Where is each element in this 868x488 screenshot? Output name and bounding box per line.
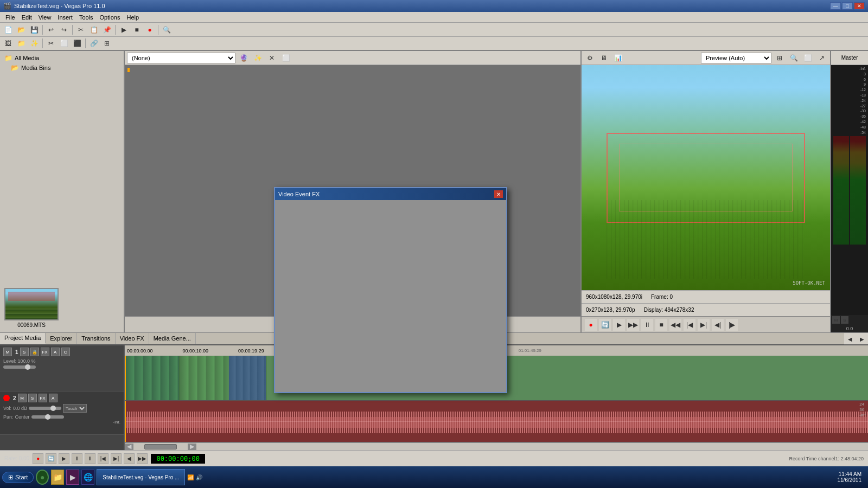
track-auto-btn[interactable]: A — [51, 348, 60, 356]
menu-help[interactable]: Help — [123, 12, 142, 22]
preview-none-select[interactable]: (None) — [127, 53, 235, 63]
scroll-right-btn[interactable]: ▶ — [188, 444, 196, 450]
browser-icon[interactable]: 🌐 — [81, 470, 94, 485]
all-media-item[interactable]: 📁 All Media — [2, 53, 122, 63]
audio-fx-btn[interactable]: FX — [39, 394, 47, 402]
tab-transitions[interactable]: Transitions — [77, 333, 115, 344]
track-comp-btn[interactable]: C — [61, 348, 70, 356]
close-button[interactable]: ✕ — [854, 2, 865, 10]
snap-button[interactable]: 🔗 — [88, 37, 100, 49]
video-event-fx-dialog[interactable]: Video Event FX ✕ — [274, 187, 507, 393]
video-clip-3[interactable] — [228, 356, 266, 400]
split-button[interactable]: ⬛ — [71, 37, 83, 49]
master-mute[interactable]: M — [832, 316, 840, 324]
menu-tools[interactable]: Tools — [76, 12, 97, 22]
zoom-in-button[interactable]: 🔍 — [161, 24, 173, 36]
media-bins-item[interactable]: 📂 Media Bins — [2, 63, 122, 73]
fwd-btn[interactable]: ▶▶ — [627, 319, 639, 331]
tab-explorer[interactable]: Explorer — [46, 333, 77, 344]
pause-btn2[interactable]: ⏸ — [641, 319, 653, 331]
rec-btn[interactable]: ● — [585, 319, 597, 331]
cut-button[interactable]: ✂ — [75, 24, 87, 36]
tab-next-button[interactable]: ▶ — [856, 333, 868, 345]
record-button[interactable]: ● — [144, 24, 156, 36]
preview-scope-button[interactable]: 📊 — [612, 52, 624, 64]
minimize-button[interactable]: — — [830, 2, 841, 10]
rew-btn[interactable]: ◀◀ — [669, 319, 681, 331]
play-button[interactable]: ▶ — [118, 24, 130, 36]
paste-button[interactable]: 📌 — [101, 24, 113, 36]
menu-file[interactable]: File — [2, 12, 18, 22]
fast-fwd-btn[interactable]: |▶ — [726, 319, 738, 331]
prev-frame-btn[interactable]: |◀ — [98, 453, 108, 464]
play-btn2[interactable]: ▶ — [613, 319, 625, 331]
save-button[interactable]: 💾 — [28, 24, 40, 36]
audio-mode-select[interactable]: Touch — [63, 404, 87, 413]
scroll-thumb[interactable] — [144, 444, 177, 450]
pause-btn-transport[interactable]: ⏸ — [85, 453, 95, 464]
preview-grid2-button[interactable]: ⊞ — [774, 52, 786, 64]
track-lock-btn[interactable]: 🔒 — [30, 348, 39, 356]
video-clip-1[interactable] — [125, 356, 180, 400]
preview-ext-button[interactable]: ↗ — [816, 52, 828, 64]
copy-button[interactable]: 📋 — [88, 24, 100, 36]
menu-edit[interactable]: Edit — [18, 12, 35, 22]
redo-button[interactable]: ↪ — [58, 24, 70, 36]
tab-project-media[interactable]: Project Media — [0, 333, 46, 344]
video-clip-2[interactable] — [180, 356, 228, 400]
next-frame-btn[interactable]: ▶| — [111, 453, 122, 464]
tab-video-fx[interactable]: Video FX — [116, 333, 149, 344]
tab-media-gen[interactable]: Media Gene... — [149, 333, 196, 344]
loop-btn-transport[interactable]: 🔄 — [46, 453, 56, 464]
new-button[interactable]: 📄 — [2, 24, 14, 36]
preview-fx-button[interactable]: 🔮 — [238, 52, 250, 64]
modal-close-button[interactable]: ✕ — [494, 190, 503, 198]
select-button[interactable]: ⬜ — [58, 37, 70, 49]
fx-button[interactable]: ✨ — [28, 37, 40, 49]
scroll-left-btn[interactable]: ◀ — [125, 444, 133, 450]
audio-waveform[interactable] — [125, 401, 868, 442]
video-vol-slider[interactable] — [3, 365, 36, 369]
fast-fwd-btn-t[interactable]: ▶▶ — [137, 453, 148, 464]
trim-button[interactable]: ✂ — [45, 37, 57, 49]
maximize-button[interactable]: □ — [842, 2, 853, 10]
media-player-icon[interactable]: ▶ — [66, 470, 79, 485]
stop-btn-transport[interactable]: ⏸ — [72, 453, 82, 464]
menu-view[interactable]: View — [35, 12, 55, 22]
vegas-taskbar-item[interactable]: StabilizeTest.veg - Vegas Pro ... — [97, 469, 185, 485]
preview-wand-button[interactable]: ✨ — [252, 52, 264, 64]
audio-auto-btn[interactable]: A — [49, 394, 58, 402]
tab-prev-button[interactable]: ◀ — [844, 333, 856, 345]
media-button[interactable]: 🖼 — [2, 37, 14, 49]
explorer-button[interactable]: 📁 — [15, 37, 27, 49]
stop-button[interactable]: ■ — [131, 24, 143, 36]
audio-pan-slider[interactable] — [31, 415, 64, 419]
media-thumbnail[interactable]: 00069.MTS — [4, 288, 59, 328]
loop-btn[interactable]: 🔄 — [599, 319, 611, 331]
preview-fullscreen-button[interactable]: ⬜ — [802, 52, 814, 64]
menu-options[interactable]: Options — [97, 12, 124, 22]
menu-insert[interactable]: Insert — [54, 12, 76, 22]
open-button[interactable]: 📂 — [15, 24, 27, 36]
record-btn-transport[interactable]: ● — [33, 453, 43, 464]
track-fx-btn[interactable]: FX — [41, 348, 49, 356]
folder-taskbar-icon[interactable]: 📁 — [51, 470, 64, 485]
audio-solo-btn[interactable]: S — [28, 394, 37, 402]
chrome-icon[interactable]: ● — [36, 470, 49, 485]
slow-rew-btn[interactable]: ◀ — [124, 453, 135, 464]
preview-settings-button[interactable]: ⚙ — [584, 52, 596, 64]
preview-auto-select[interactable]: Preview (Auto) — [701, 53, 771, 63]
prev-btn[interactable]: |◀ — [684, 319, 695, 331]
slow-btn[interactable]: ◀| — [712, 319, 724, 331]
track-solo-btn[interactable]: S — [20, 348, 29, 356]
timeline-scrollbar[interactable]: ◀ ▶ — [125, 442, 868, 450]
undo-button[interactable]: ↩ — [45, 24, 57, 36]
next-btn[interactable]: ▶| — [698, 319, 710, 331]
preview-zoom-button[interactable]: 🔍 — [788, 52, 800, 64]
track-mute-btn[interactable]: M — [3, 348, 12, 356]
master-solo[interactable]: S — [841, 316, 848, 324]
audio-vol-slider[interactable] — [29, 407, 61, 410]
play-btn-transport[interactable]: ▶ — [59, 453, 69, 464]
preview-close-button[interactable]: ✕ — [266, 52, 278, 64]
preview-full-button[interactable]: ⬜ — [280, 52, 292, 64]
